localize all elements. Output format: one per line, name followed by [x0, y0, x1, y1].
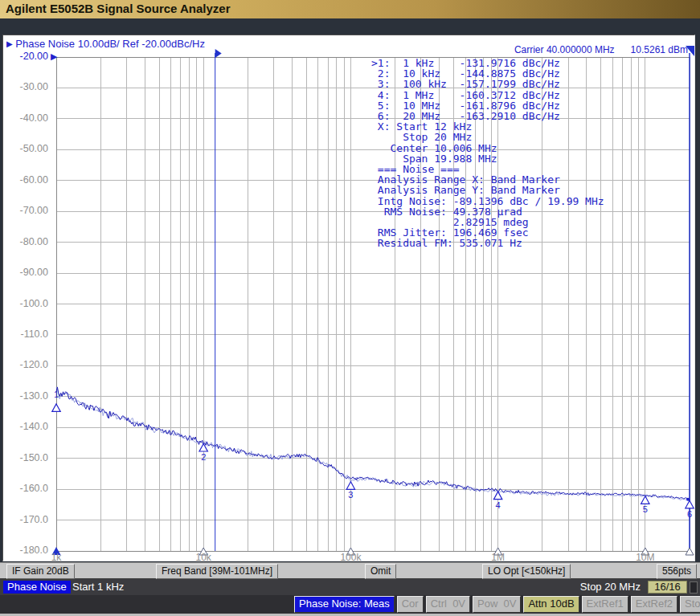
carrier-power: 10.5261 dBm — [631, 44, 688, 55]
x-axis-tick-label: 1M — [473, 552, 524, 563]
channel-scale-text: Phase Noise 10.00dB/ Ref -20.00dBc/Hz — [15, 38, 205, 50]
y-axis-tick-label: -80.00 — [3, 236, 48, 247]
channel-scale-label[interactable]: ▶ Phase Noise 10.00dB/ Ref -20.00dBc/Hz — [6, 38, 205, 50]
ref-level-arrow-icon: ▶ — [51, 51, 57, 62]
y-axis-tick-label: -100.0 — [3, 298, 48, 309]
sweep-start-label: Start 1 kHz — [72, 579, 124, 595]
readout-line: 3: 100 kHz -157.1799 dBc/Hz — [371, 79, 604, 89]
x-axis-tick-label: 100k — [325, 552, 376, 563]
y-axis-tick-label: -120.0 — [3, 359, 48, 370]
status-button-ctrl-0v[interactable]: Ctrl 0V — [426, 596, 470, 613]
y-axis-tick-label: -20.00 — [3, 51, 48, 62]
active-trace-arrow-icon: ▶ — [6, 39, 13, 48]
y-axis-tick-label: -140.0 — [3, 421, 48, 432]
y-axis-tick-label: -90.00 — [3, 267, 48, 278]
softkey-freq-band-39m-101mhz[interactable]: Freq Band [39M-101MHz] — [156, 564, 278, 579]
window-titlebar: Agilent E5052B Signal Source Analyzer — [0, 0, 700, 18]
readout-line: Center 10.006 MHz — [371, 143, 604, 153]
y-axis-tick-label: -40.00 — [3, 112, 48, 124]
softkey-lo-opt-150khz[interactable]: LO Opt [<150kHz] — [482, 564, 571, 579]
status-button-stop[interactable]: Stop — [680, 596, 700, 613]
measurement-settings-bar: IF Gain 20dBFreq Band [39M-101MHz]OmitLO… — [0, 562, 700, 579]
y-axis-tick-label: -110.0 — [3, 328, 48, 340]
status-button-row: Phase Noise: MeasCorCtrl 0VPow 0VAttn 10… — [294, 596, 700, 613]
status-button-pow-0v[interactable]: Pow 0V — [473, 596, 521, 613]
x-axis-tick-label: 10M — [620, 552, 671, 563]
readout-line: Intg Noise: -89.1396 dBc / 19.99 MHz — [371, 196, 604, 206]
sweep-stop-label: Stop 20 MHz — [580, 579, 641, 595]
marker-noise-readout: >1: 1 kHz -131.9716 dBc/Hz 2: 10 kHz -14… — [371, 58, 604, 249]
trace-status-bar: Phase Noise Start 1 kHz Stop 20 MHz 16/1… — [0, 579, 700, 595]
readout-line: 4: 1 MHz -160.3712 dBc/Hz — [371, 90, 604, 100]
readout-line: Residual FM: 535.071 Hz — [371, 238, 604, 248]
tracebar-grip — [690, 581, 698, 594]
status-button-attn-10db[interactable]: Attn 10dB — [523, 596, 579, 613]
instrument-status-bar: Phase Noise: MeasCorCtrl 0VPow 0VAttn 10… — [0, 595, 700, 614]
y-axis-tick-label: -170.0 — [3, 514, 48, 525]
readout-line: Analysis Range Y: Band Marker — [371, 185, 604, 195]
softkey-556pts[interactable]: 556pts — [657, 564, 697, 579]
y-axis-tick-label: -60.00 — [3, 174, 48, 186]
softkey-if-gain-20db[interactable]: IF Gain 20dB — [6, 564, 75, 579]
status-button-extref2[interactable]: ExtRef2 — [631, 596, 677, 613]
window-title: Agilent E5052B Signal Source Analyzer — [6, 2, 231, 15]
average-counter-badge: 16/16 — [648, 581, 687, 594]
y-axis-tick-label: -150.0 — [3, 452, 48, 463]
status-button-phase-noise-meas[interactable]: Phase Noise: Meas — [294, 596, 395, 613]
x-axis-tick-label: 1k — [31, 552, 82, 563]
softkey-omit[interactable]: Omit — [365, 564, 396, 579]
status-button-extref1[interactable]: ExtRef1 — [582, 596, 628, 613]
status-button-cor[interactable]: Cor — [397, 596, 424, 613]
y-axis-tick-label: -30.00 — [3, 81, 48, 92]
active-trace-label[interactable]: Phase Noise — [3, 581, 71, 594]
y-axis-tick-label: -50.00 — [3, 143, 48, 154]
readout-line: Stop 20 MHz — [371, 132, 604, 142]
y-axis-tick-label: -130.0 — [3, 390, 48, 402]
carrier-frequency: Carrier 40.000000 MHz — [514, 44, 615, 55]
carrier-readout: Carrier 40.000000 MHz10.5261 dBm — [450, 44, 688, 55]
instrument-screen: Agilent E5052B Signal Source Analyzer 12… — [0, 0, 700, 616]
x-axis-tick-label: 10k — [178, 552, 229, 563]
y-axis-tick-label: -70.00 — [3, 205, 48, 216]
y-axis-tick-label: -160.0 — [3, 483, 48, 494]
